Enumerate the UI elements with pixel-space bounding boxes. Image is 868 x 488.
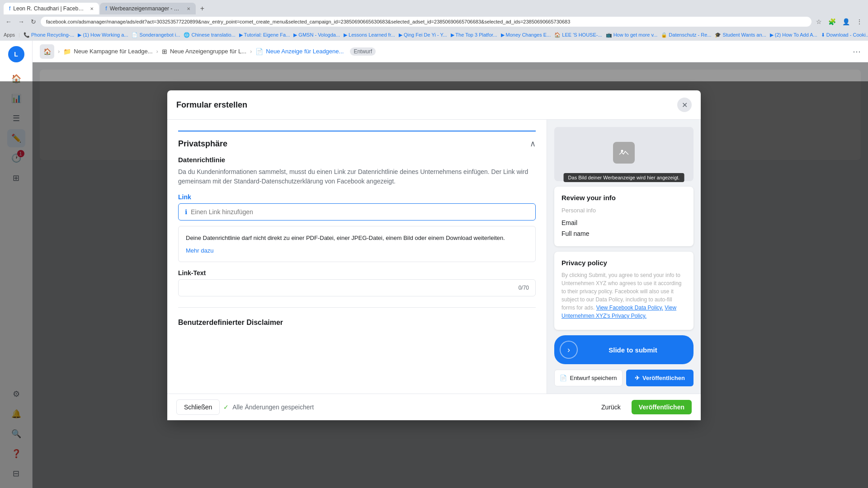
folder-icon: 📁 [63,48,71,55]
svg-point-1 [621,150,623,152]
bookmark-how[interactable]: ▶ (1) How Working a... [78,32,128,38]
address-bar: ← → ↻ ☆ 🧩 👤 ⋮ [0,14,868,29]
formular-erstellen-modal: Formular erstellen ✕ Privatsphäre ∧ [167,90,701,420]
back-button[interactable]: ← [4,16,14,27]
saved-check-icon: ✓ [223,404,229,411]
draft-badge: Entwurf [350,47,376,56]
privacy-section: Privatsphäre ∧ Datenrichtlinie Da du Kun… [178,139,536,296]
bookmark-download[interactable]: ⬇ Download - Cooki... [821,32,868,38]
bookmark-gmsn[interactable]: ▶ GMSN - Vologda... [293,32,340,38]
breadcrumb-anzeige[interactable]: 📄 Neue Anzeige für Leadgene... [255,48,344,55]
privacy-policy-title: Privacy policy [561,259,686,267]
modal-footer: Schließen ✓ Alle Änderungen gespeichert … [167,394,701,420]
tab-facebook[interactable]: f Leon R. Chaudhari | Facebook ✕ [4,3,99,14]
tab-close-ads-manager[interactable]: ✕ [187,6,190,11]
info-icon: ℹ [185,208,187,216]
modal-title: Formular erstellen [176,100,247,110]
bookmark-student[interactable]: 🎓 Student Wants an... [715,32,766,38]
modal-header: Formular erstellen ✕ [167,90,701,120]
bookmark-how-to-add[interactable]: ▶ (2) How To Add A... [770,32,817,38]
bookmark-money[interactable]: ▶ Money Changes E... [501,32,551,38]
modal-overlay: Formular erstellen ✕ Privatsphäre ∧ [0,81,868,488]
forward-button[interactable]: → [16,16,26,27]
new-tab-button[interactable]: + [197,3,208,14]
modal-body: Privatsphäre ∧ Datenrichtlinie Da du Kun… [167,120,701,394]
link-input-wrapper[interactable]: ℹ [178,203,536,221]
close-button-footer[interactable]: Schließen [176,399,220,415]
extensions-button[interactable]: 🧩 [826,16,838,27]
disclaimer-section: Benutzerdefinierter Disclaimer [178,319,536,327]
review-item-fullname: Full name [561,228,686,239]
collapse-button[interactable]: ∧ [530,139,536,149]
link-text-input-wrapper[interactable]: 0/70 [178,279,536,296]
section-separator [178,307,536,308]
review-subtitle: Personal info [561,207,686,214]
ad-image-placeholder: Das Bild deiner Werbeanzeige wird hier a… [554,127,693,181]
bookmark-phone[interactable]: 📞 Phone Recycling-... [24,32,74,38]
tab-bar: f Leon R. Chaudhari | Facebook ✕ f Werbe… [0,0,868,14]
url-input[interactable] [41,17,811,27]
bookmark-lessons[interactable]: ▶ Lessons Learned fr... [344,32,395,38]
file-icon: 📄 [255,48,263,55]
publish-button-footer[interactable]: Veröffentlichen [632,400,692,414]
bookmark-button[interactable]: ☆ [814,16,824,27]
slide-text: Slide to submit [578,346,688,354]
link-input[interactable] [191,208,529,216]
privacy-title-row: Privatsphäre ∧ [178,139,536,149]
warning-box: Deine Datenrichtlinie darf nicht direkt … [178,226,536,262]
link-label: Link [178,193,536,201]
review-title: Review your info [561,194,686,202]
save-draft-icon: 📄 [560,375,567,381]
progress-area [178,131,536,131]
breadcrumb-anzeigengruppe[interactable]: ⊞ Neue Anzeigengruppe für L... [162,48,246,55]
ads-top-nav: 🏠 › 📁 Neue Kampagne für Leadge... › ⊞ Ne… [33,41,868,62]
reload-button[interactable]: ↻ [29,16,38,27]
svg-rect-0 [618,147,629,158]
bookmark-top3[interactable]: ▶ The Top 3 Platfor... [451,32,497,38]
preview-area: Das Bild deiner Werbeanzeige wird hier a… [547,120,701,394]
bookmark-lee[interactable]: 🏠 LEE 'S HOUSE-... [554,32,602,38]
bookmark-chinese[interactable]: 🌐 Chinese translatio... [184,32,235,38]
slide-to-submit-button[interactable]: › Slide to submit [554,335,693,364]
facebook-data-policy-link[interactable]: View Facebook Data Policy. [596,305,663,311]
form-area: Privatsphäre ∧ Datenrichtlinie Da du Kun… [167,120,547,394]
publish-button-preview[interactable]: ✈ Veröffentlichen [626,370,693,386]
link-text-label: Link-Text [178,269,536,277]
back-button-footer[interactable]: Zurück [594,400,628,414]
datenrichtlinie-description: Da du Kundeninformationen sammelst, muss… [178,167,536,186]
tab-close-facebook[interactable]: ✕ [90,6,94,11]
mehr-dazu-link[interactable]: Mehr dazu [186,247,213,254]
link-text-input[interactable] [185,284,519,291]
bookmark-qing[interactable]: ▶ Qing Fei De Yi - Y... [399,32,447,38]
disclaimer-title: Benutzerdefinierter Disclaimer [178,319,536,327]
more-button[interactable]: ⋮ [854,16,864,27]
home-icon-btn[interactable]: 🏠 [40,44,54,59]
bookmark-tutorial[interactable]: ▶ Tutorial: Eigene Fa... [239,32,290,38]
footer-left: Schließen ✓ Alle Änderungen gespeichert [176,399,314,415]
char-count: 0/70 [519,285,529,291]
bookmark-more-views[interactable]: 📺 How to get more v... [606,32,658,38]
publish-icon: ✈ [635,375,640,381]
slide-arrow-icon: › [560,341,578,359]
breadcrumb-kampagne[interactable]: 📁 Neue Kampagne für Leadge... [63,48,152,55]
bookmark-sonder[interactable]: 📄 Sonderangebot i... [132,32,180,38]
save-draft-button[interactable]: 📄 Entwurf speichern [554,370,623,386]
footer-right: Zurück Veröffentlichen [594,400,692,414]
ad-image-icon [613,142,635,164]
action-buttons: 📄 Entwurf speichern ✈ Veröffentlichen [554,370,693,386]
review-item-email: Email [561,217,686,228]
datenrichtlinie-title: Datenrichtlinie [178,156,536,164]
bookmark-datenschutz[interactable]: 🔒 Datenschutz - Re... [661,32,711,38]
tab-ads-manager[interactable]: f Werbeanzeigenmanager - We... ✕ [100,3,195,14]
saved-label: Alle Änderungen gespeichert [232,404,314,411]
privacy-section-title: Privatsphäre [178,139,227,149]
profile-button[interactable]: 👤 [840,16,852,27]
privacy-policy-text: By clicking Submit, you agree to send yo… [561,271,686,320]
warning-text: Deine Datenrichtlinie darf nicht direkt … [186,234,528,243]
avatar[interactable]: L [8,46,24,62]
modal-close-button[interactable]: ✕ [677,98,692,112]
review-info-card: Review your info Personal info Email Ful… [554,187,693,246]
bookmarks-bar: Apps | 📞 Phone Recycling-... ▶ (1) How W… [0,29,868,41]
ad-image-tooltip: Das Bild deiner Werbeanzeige wird hier a… [564,173,684,182]
more-options-button[interactable]: ⋯ [853,47,861,56]
